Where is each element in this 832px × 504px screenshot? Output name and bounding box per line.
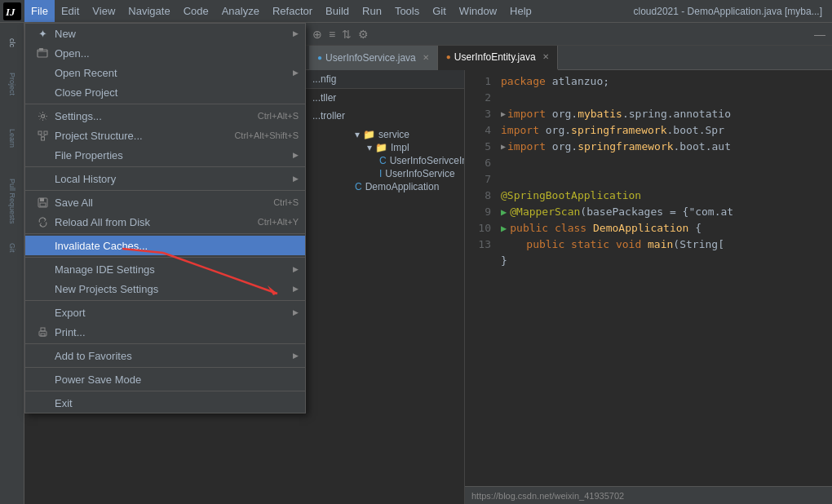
menu-label-exit: Exit: [55, 397, 299, 409]
code-line-8: @SpringBootApplication: [498, 188, 832, 204]
tree-label-userinfoservice: UserInfoService: [385, 168, 454, 179]
divider-6: [25, 300, 305, 301]
menu-label-open: Open...: [55, 47, 299, 60]
svg-rect-12: [40, 203, 46, 206]
menu-item-local-history[interactable]: Local History: [25, 169, 305, 188]
print-icon: [35, 327, 50, 338]
tree-item-userinfoservice[interactable]: I UserInfoService: [306, 167, 464, 180]
divider-9: [25, 391, 305, 391]
menu-item-save-all[interactable]: Save All Ctrl+S: [25, 192, 305, 212]
tree-item-userinfoserviceimpl[interactable]: C UserInfoSerivceImpl: [306, 154, 464, 167]
activity-clc[interactable]: clc: [1, 26, 24, 59]
svg-rect-7: [41, 137, 44, 140]
tab-close-entity[interactable]: ✕: [542, 52, 549, 61]
activity-learn[interactable]: Learn: [1, 122, 24, 155]
menu-item-export[interactable]: Export: [25, 303, 305, 322]
menu-item-print[interactable]: Print...: [25, 322, 305, 342]
menu-item-open[interactable]: Open...: [25, 43, 305, 63]
run-icon-10[interactable]: ▶: [501, 220, 507, 237]
menu-label-power-save: Power Save Mode: [55, 374, 299, 386]
menu-label-add-favorites: Add to Favorites: [55, 350, 299, 362]
menu-window[interactable]: Window: [453, 0, 503, 22]
menu-view[interactable]: View: [86, 0, 122, 22]
menu-help[interactable]: Help: [503, 0, 538, 22]
menu-label-file-properties: File Properties: [55, 149, 299, 161]
tree-label-service: service: [378, 129, 409, 140]
tab-label-entity: UserInfoEntity.java: [454, 51, 536, 63]
menu-run[interactable]: Run: [356, 0, 388, 22]
menu-file[interactable]: File: [24, 0, 55, 22]
menu-item-open-recent[interactable]: Open Recent: [25, 63, 305, 82]
menu-build[interactable]: Build: [319, 0, 356, 22]
tab-close-service[interactable]: ✕: [423, 53, 429, 62]
menu-item-settings[interactable]: Settings... Ctrl+Alt+S: [25, 106, 305, 126]
svg-rect-3: [39, 48, 43, 51]
menu-item-file-properties[interactable]: File Properties: [25, 145, 305, 165]
fold-icon-5[interactable]: ▶: [501, 139, 506, 155]
menu-item-project-structure[interactable]: Project Structure... Ctrl+Alt+Shift+S: [25, 126, 305, 145]
main-layout: clc Project Learn Pull Requests Git ✦ Ne…: [0, 23, 832, 504]
toolbar-sort-icon[interactable]: ⇅: [342, 28, 352, 41]
tree-item-demoapplication[interactable]: C DemoApplication: [306, 180, 464, 193]
svg-rect-11: [40, 198, 44, 201]
menu-item-new[interactable]: ✦ New: [25, 24, 305, 43]
project-tree: ▾ 📁 service ▾ 📁 Impl C UserInfoSerivceIm…: [306, 125, 464, 197]
editor-toolbar: ⊕ ≡ ⇅ ⚙ —: [306, 23, 832, 46]
svg-text:IJ: IJ: [5, 6, 15, 18]
code-line-13: }: [498, 253, 832, 269]
config-entry: ...nfig: [306, 70, 464, 89]
tab-label-service: UserInfoService.java: [325, 52, 416, 64]
expand-icon-impl: ▾: [367, 142, 372, 153]
tab-userinfo-service[interactable]: ● UserInfoService.java ✕: [309, 46, 438, 70]
menu-code[interactable]: Code: [177, 0, 215, 22]
svg-rect-15: [41, 334, 45, 336]
menu-tools[interactable]: Tools: [388, 0, 426, 22]
run-icon-9[interactable]: ▶: [501, 204, 507, 220]
file-dropdown-menu: ✦ New Open... Open Recent Close Project …: [24, 23, 306, 413]
svg-rect-5: [38, 131, 42, 135]
folder-icon-service: 📁: [363, 129, 375, 140]
menu-item-new-projects[interactable]: New Projects Settings: [25, 279, 305, 298]
activity-pull[interactable]: Pull Requests: [1, 173, 24, 230]
menu-label-reload-all: Reload All from Disk: [55, 216, 241, 228]
code-area: ⊕ ≡ ⇅ ⚙ — ● UserInfoService.java ✕ ● Use…: [306, 23, 832, 504]
tree-item-impl[interactable]: ▾ 📁 Impl: [306, 141, 464, 154]
left-panel: ...nfig ...tller ...troller ▾ 📁 service …: [306, 70, 465, 504]
menu-label-open-recent: Open Recent: [55, 67, 299, 79]
class-icon-demo: C: [355, 181, 362, 192]
folder-icon-impl: 📁: [375, 142, 387, 153]
menu-git[interactable]: Git: [426, 0, 453, 22]
fold-icon-3[interactable]: ▶: [501, 106, 506, 122]
toolbar-list-icon[interactable]: ≡: [329, 28, 335, 41]
menu-item-reload-all[interactable]: Reload All from Disk Ctrl+Alt+Y: [25, 212, 305, 232]
tab-userinfo-entity[interactable]: ● UserInfoEntity.java ✕: [438, 46, 558, 70]
toolbar-minimize-icon[interactable]: —: [814, 28, 825, 41]
tab-class-indicator: ●: [446, 52, 451, 61]
menu-item-exit[interactable]: Exit: [25, 393, 305, 413]
menu-navigate[interactable]: Navigate: [122, 0, 176, 22]
toolbar-settings-icon[interactable]: ⚙: [358, 28, 369, 41]
menu-item-add-favorites[interactable]: Add to Favorites: [25, 346, 305, 365]
menu-edit[interactable]: Edit: [55, 0, 86, 22]
menu-refactor[interactable]: Refactor: [266, 0, 319, 22]
code-line-11: public static void main(String[: [498, 237, 832, 253]
divider-1: [25, 104, 305, 104]
menu-item-manage-ide[interactable]: Manage IDE Settings: [25, 259, 305, 279]
menu-item-power-save[interactable]: Power Save Mode: [25, 369, 305, 389]
divider-8: [25, 367, 305, 368]
code-line-2: [498, 90, 832, 106]
menu-item-close-project[interactable]: Close Project: [25, 82, 305, 102]
code-line-1: package atlanzuo;: [498, 73, 832, 90]
menu-label-new-projects: New Projects Settings: [55, 283, 299, 295]
tree-item-service[interactable]: ▾ 📁 service: [306, 128, 464, 141]
editor-main: ...nfig ...tller ...troller ▾ 📁 service …: [306, 70, 832, 504]
code-editor[interactable]: 1 2 3 4 5 6 7 8 9 10 13: [465, 70, 832, 486]
divider-5: [25, 257, 305, 258]
activity-git[interactable]: Git: [1, 240, 24, 256]
activity-project[interactable]: Project: [1, 64, 24, 104]
toolbar-globe-icon[interactable]: ⊕: [312, 28, 322, 41]
menu-item-invalidate-caches[interactable]: Invalidate Caches...: [25, 236, 305, 255]
menu-analyze[interactable]: Analyze: [215, 0, 266, 22]
menu-label-close-project: Close Project: [55, 86, 299, 99]
menubar: IJ File Edit View Navigate Code Analyze …: [0, 0, 832, 23]
